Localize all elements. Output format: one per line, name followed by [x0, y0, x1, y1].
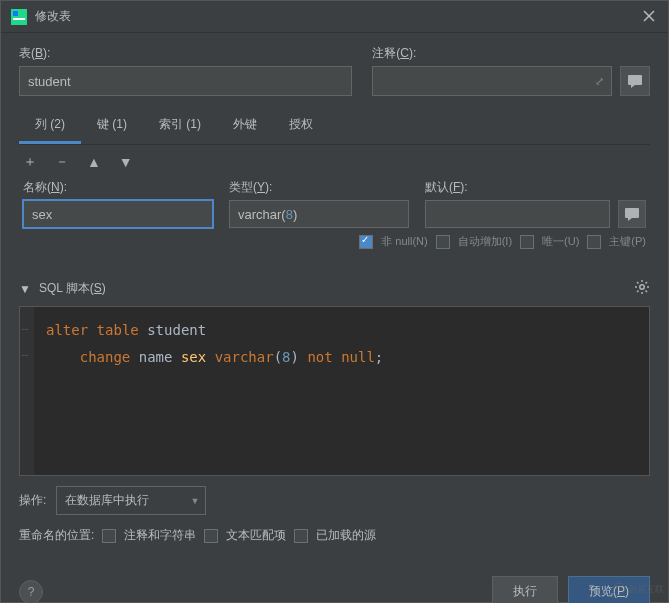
svg-line-15 — [646, 282, 648, 284]
svg-rect-5 — [628, 75, 642, 85]
sql-editor[interactable]: ⎵ ⎵ alter table student change name sex … — [19, 306, 650, 476]
footer: ? 执行 预览(P) — [1, 568, 668, 603]
sql-label: SQL 脚本(S) — [39, 280, 106, 297]
auto-inc-checkbox[interactable] — [436, 235, 450, 249]
svg-point-7 — [640, 285, 644, 289]
close-icon[interactable] — [642, 9, 658, 25]
app-icon — [11, 9, 27, 25]
tab-foreign[interactable]: 外键 — [217, 108, 273, 144]
svg-line-14 — [637, 291, 639, 293]
cb-loaded[interactable] — [294, 529, 308, 543]
table-label: 表(B): — [19, 45, 352, 62]
field-type-label: 类型(Y): — [229, 179, 409, 196]
collapse-icon[interactable]: ▼ — [19, 282, 31, 296]
field-name-label: 名称(N): — [23, 179, 213, 196]
cb-comments[interactable] — [102, 529, 116, 543]
cb-comments-label: 注释和字符串 — [124, 527, 196, 544]
operation-select[interactable]: 在数据库中执行 — [56, 486, 206, 515]
sql-section-header: ▼ SQL 脚本(S) — [19, 275, 650, 302]
flags-row: 非 null(N) 自动增加(I) 唯一(U) 主键(P) — [19, 228, 650, 255]
tab-keys[interactable]: 键 (1) — [81, 108, 143, 144]
bottom-section: 操作: 在数据库中执行 重命名的位置: 注释和字符串 文本匹配项 已加载的源 — [1, 476, 668, 568]
tabs: 列 (2) 键 (1) 索引 (1) 外键 授权 — [19, 108, 650, 145]
svg-line-12 — [637, 282, 639, 284]
move-down-icon[interactable]: ▼ — [119, 154, 133, 170]
editor-gutter: ⎵ ⎵ — [20, 307, 34, 475]
tab-indexes[interactable]: 索引 (1) — [143, 108, 217, 144]
primary-checkbox[interactable] — [587, 235, 601, 249]
gutter-mark-icon: ⎵ — [22, 317, 32, 327]
svg-rect-1 — [13, 11, 18, 16]
remove-icon[interactable]: － — [55, 153, 69, 171]
auto-inc-label: 自动增加(I) — [458, 234, 512, 249]
field-default-label: 默认(F): — [425, 179, 646, 196]
not-null-checkbox[interactable] — [359, 235, 373, 249]
titlebar: 修改表 — [1, 1, 668, 33]
table-name-input[interactable] — [19, 66, 352, 96]
not-null-label: 非 null(N) — [381, 234, 427, 249]
add-icon[interactable]: ＋ — [23, 153, 37, 171]
dialog-title: 修改表 — [35, 8, 642, 25]
tab-columns[interactable]: 列 (2) — [19, 108, 81, 144]
svg-rect-2 — [13, 18, 25, 20]
gutter-mark-icon: ⎵ — [22, 343, 32, 353]
cb-text[interactable] — [204, 529, 218, 543]
comment-input[interactable] — [372, 66, 612, 96]
column-toolbar: ＋ － ▲ ▼ — [19, 145, 650, 179]
cb-text-label: 文本匹配项 — [226, 527, 286, 544]
primary-label: 主键(P) — [609, 234, 646, 249]
rename-label: 重命名的位置: — [19, 527, 94, 544]
field-default-input[interactable] — [425, 200, 610, 228]
operation-label: 操作: — [19, 492, 46, 509]
comment-extra-button[interactable] — [620, 66, 650, 96]
sql-code: alter table student change name sex varc… — [46, 317, 635, 370]
svg-point-16 — [613, 583, 625, 595]
cb-loaded-label: 已加载的源 — [316, 527, 376, 544]
svg-rect-6 — [625, 208, 639, 218]
field-type-input[interactable]: varchar(8) — [229, 200, 409, 228]
unique-label: 唯一(U) — [542, 234, 579, 249]
content-area: 表(B): 注释(C): ⤢ 列 (2) 键 (1) 索引 (1) — [1, 33, 668, 476]
tab-grants[interactable]: 授权 — [273, 108, 329, 144]
help-button[interactable]: ? — [19, 580, 43, 604]
field-editor: 名称(N): 类型(Y): varchar(8) 默认(F): — [19, 179, 650, 228]
modify-table-dialog: 修改表 表(B): 注释(C): ⤢ — [0, 0, 669, 603]
execute-button[interactable]: 执行 — [492, 576, 558, 603]
field-name-input[interactable] — [23, 200, 213, 228]
unique-checkbox[interactable] — [520, 235, 534, 249]
default-extra-button[interactable] — [618, 200, 646, 228]
move-up-icon[interactable]: ▲ — [87, 154, 101, 170]
gear-icon[interactable] — [634, 279, 650, 298]
watermark: 创新互联 — [612, 582, 664, 596]
svg-line-13 — [646, 291, 648, 293]
comment-label: 注释(C): — [372, 45, 650, 62]
expand-icon[interactable]: ⤢ — [595, 75, 604, 88]
